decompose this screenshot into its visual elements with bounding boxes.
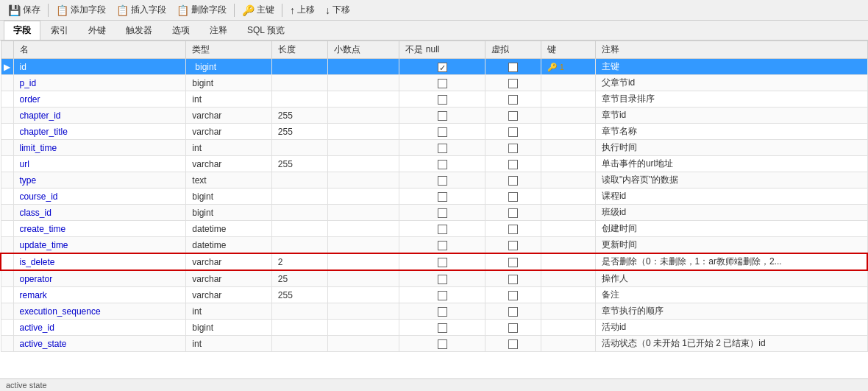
field-length[interactable]	[271, 336, 327, 352]
field-type[interactable]: varchar	[186, 108, 271, 124]
field-length[interactable]: 255	[271, 108, 327, 124]
field-virtual[interactable]	[485, 320, 541, 336]
table-row[interactable]: active_idbigint活动id	[1, 320, 867, 336]
field-virtual[interactable]	[485, 156, 541, 172]
field-decimal[interactable]	[327, 91, 399, 108]
tab-options[interactable]: 选项	[163, 21, 199, 40]
field-type[interactable]: bigint	[186, 205, 271, 221]
field-type[interactable]: text	[186, 172, 271, 189]
field-length[interactable]	[271, 320, 327, 336]
field-type[interactable]: datetime	[186, 221, 271, 237]
tab-sql-preview[interactable]: SQL 预览	[238, 21, 294, 40]
field-name[interactable]: order	[13, 91, 186, 108]
add-field-button[interactable]: 📋 添加字段	[51, 2, 110, 18]
field-virtual[interactable]	[485, 75, 541, 91]
field-notnull[interactable]	[399, 156, 485, 172]
field-length[interactable]	[271, 237, 327, 254]
field-virtual[interactable]	[485, 172, 541, 189]
field-type[interactable]: int	[186, 336, 271, 352]
field-name[interactable]: chapter_id	[13, 108, 186, 124]
field-virtual[interactable]	[485, 303, 541, 320]
field-notnull[interactable]	[399, 108, 485, 124]
table-row[interactable]: orderint章节目录排序	[1, 91, 867, 108]
tab-comment[interactable]: 注释	[200, 21, 237, 40]
table-row[interactable]: p_idbigint父章节id	[1, 75, 867, 91]
field-decimal[interactable]	[327, 336, 399, 352]
tab-trigger[interactable]: 触发器	[116, 21, 162, 40]
table-row[interactable]: active_stateint活动状态（0 未开始 1已开始 2 已结束）id	[1, 336, 867, 352]
tab-fields[interactable]: 字段	[4, 21, 40, 40]
field-decimal[interactable]	[327, 205, 399, 221]
field-decimal[interactable]	[327, 140, 399, 156]
field-decimal[interactable]	[327, 270, 399, 287]
table-row[interactable]: update_timedatetime更新时间	[1, 237, 867, 254]
field-type[interactable]: varchar	[186, 270, 271, 287]
field-notnull[interactable]	[399, 287, 485, 303]
field-virtual[interactable]	[485, 59, 541, 75]
field-name[interactable]: is_delete	[13, 253, 186, 270]
field-length[interactable]	[271, 140, 327, 156]
tab-foreign-key[interactable]: 外键	[79, 21, 115, 40]
table-row[interactable]: ▶idbigint🔑 1主键	[1, 59, 867, 75]
table-row[interactable]: chapter_titlevarchar255章节名称	[1, 124, 867, 140]
field-type[interactable]: bigint	[186, 59, 271, 75]
field-notnull[interactable]	[399, 270, 485, 287]
field-name[interactable]: course_id	[13, 189, 186, 205]
field-notnull[interactable]	[399, 253, 485, 270]
field-decimal[interactable]	[327, 75, 399, 91]
field-name[interactable]: id	[13, 59, 186, 75]
table-row[interactable]: execution_sequenceint章节执行的顺序	[1, 303, 867, 320]
field-name[interactable]: chapter_title	[13, 124, 186, 140]
field-name[interactable]: active_id	[13, 320, 186, 336]
field-type[interactable]: bigint	[186, 320, 271, 336]
field-length[interactable]: 25	[271, 270, 327, 287]
field-virtual[interactable]	[485, 221, 541, 237]
field-virtual[interactable]	[485, 91, 541, 108]
field-decimal[interactable]	[327, 237, 399, 254]
field-length[interactable]	[271, 205, 327, 221]
field-notnull[interactable]	[399, 172, 485, 189]
field-decimal[interactable]	[327, 303, 399, 320]
field-notnull[interactable]	[399, 91, 485, 108]
field-virtual[interactable]	[485, 336, 541, 352]
field-decimal[interactable]	[327, 320, 399, 336]
field-name[interactable]: type	[13, 172, 186, 189]
field-notnull[interactable]	[399, 221, 485, 237]
field-decimal[interactable]	[327, 287, 399, 303]
field-type[interactable]: bigint	[186, 75, 271, 91]
field-type[interactable]: varchar	[186, 124, 271, 140]
table-row[interactable]: remarkvarchar255备注	[1, 287, 867, 303]
field-virtual[interactable]	[485, 287, 541, 303]
table-row[interactable]: limit_timeint执行时间	[1, 140, 867, 156]
field-name[interactable]: operator	[13, 270, 186, 287]
field-type[interactable]: datetime	[186, 237, 271, 254]
field-type[interactable]: varchar	[186, 287, 271, 303]
move-down-button[interactable]: ↓ 下移	[321, 2, 355, 18]
field-length[interactable]	[271, 75, 327, 91]
field-decimal[interactable]	[327, 221, 399, 237]
field-notnull[interactable]	[399, 205, 485, 221]
field-decimal[interactable]	[327, 172, 399, 189]
field-type[interactable]: varchar	[186, 253, 271, 270]
field-length[interactable]	[271, 172, 327, 189]
field-length[interactable]	[271, 221, 327, 237]
field-type[interactable]: varchar	[186, 156, 271, 172]
field-name[interactable]: create_time	[13, 221, 186, 237]
tab-index[interactable]: 索引	[41, 21, 78, 40]
field-notnull[interactable]	[399, 124, 485, 140]
insert-field-button[interactable]: 📋 插入字段	[112, 2, 171, 18]
field-length[interactable]	[271, 59, 327, 75]
field-length[interactable]	[271, 189, 327, 205]
save-button[interactable]: 💾 保存	[4, 2, 45, 18]
field-notnull[interactable]	[399, 303, 485, 320]
field-decimal[interactable]	[327, 156, 399, 172]
field-name[interactable]: limit_time	[13, 140, 186, 156]
table-row[interactable]: operatorvarchar25操作人	[1, 270, 867, 287]
field-type[interactable]: int	[186, 91, 271, 108]
table-row[interactable]: course_idbigint课程id	[1, 189, 867, 205]
field-virtual[interactable]	[485, 189, 541, 205]
field-name[interactable]: update_time	[13, 237, 186, 254]
field-notnull[interactable]	[399, 336, 485, 352]
field-virtual[interactable]	[485, 253, 541, 270]
table-row[interactable]: urlvarchar255单击事件的url地址	[1, 156, 867, 172]
